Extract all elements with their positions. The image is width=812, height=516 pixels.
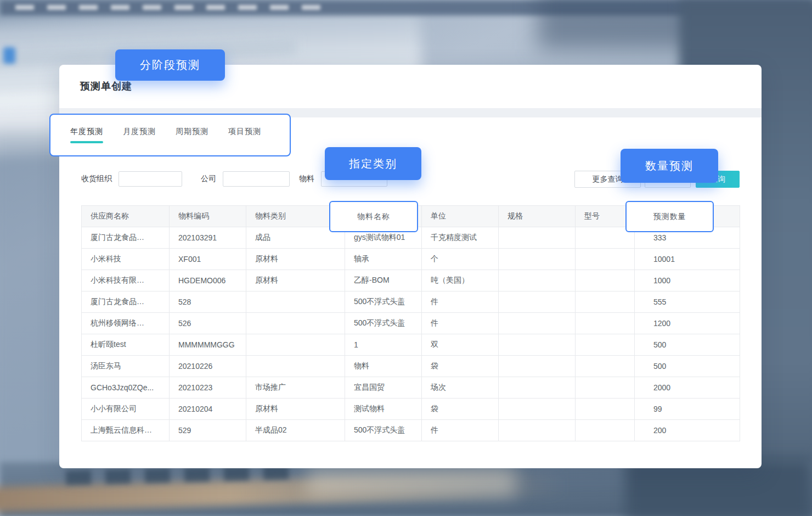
receiving-org-input[interactable] xyxy=(119,171,182,187)
filter-label: 公司 xyxy=(201,174,216,184)
filter-field-receiving-org: 收货组织 xyxy=(81,171,182,187)
bg-doc-icon-blur xyxy=(3,47,15,64)
table-cell: 吨（美国） xyxy=(422,270,499,291)
badge-quantity-forecast: 数量预测 xyxy=(621,149,718,183)
table-cell xyxy=(246,356,345,377)
filter-field-company: 公司 xyxy=(201,171,290,187)
table-cell xyxy=(576,420,635,441)
page-title: 预测单创建 xyxy=(80,80,132,93)
table-cell xyxy=(246,291,345,313)
table-cell: 小米科技 xyxy=(82,249,170,270)
table-cell: 小米科技有限… xyxy=(82,270,170,291)
table-cell: 99 xyxy=(635,399,740,420)
table-cell: 厦门古龙食品… xyxy=(82,227,170,249)
table-row: GCHo3Jzq0ZQe...20210223市场推广宜昌国贸场次2000 xyxy=(82,377,740,399)
table-cell: 轴承 xyxy=(345,249,422,270)
table-cell: 千克精度测试 xyxy=(422,227,499,249)
filter-label: 物料 xyxy=(299,174,314,184)
table-cell: 500不浮式头盖 xyxy=(345,420,422,441)
table-cell: 杭州移领网络… xyxy=(82,313,170,334)
tab-project-forecast[interactable]: 项目预测 xyxy=(228,127,261,143)
table-cell xyxy=(499,227,576,249)
column-header: 物料编码 xyxy=(170,206,246,227)
table-cell: 件 xyxy=(422,291,499,313)
table-cell xyxy=(499,313,576,334)
table-cell: 10001 xyxy=(635,249,740,270)
table-row: 杭州移领网络…526500不浮式头盖件1200 xyxy=(82,313,740,334)
table-cell xyxy=(499,399,576,420)
table-cell: 宜昌国贸 xyxy=(345,377,422,399)
table-cell: 2000 xyxy=(635,377,740,399)
table-cell: 500不浮式头盖 xyxy=(345,291,422,313)
table-cell: 原材料 xyxy=(246,249,345,270)
screen: 预测单创建 收货组织公司物料 更多查询 查询 供应商名称物料编码物料类别单位规格… xyxy=(0,0,812,516)
table-cell: 测试物料 xyxy=(345,399,422,420)
column-header: 规格 xyxy=(499,206,576,227)
table-cell: 物料 xyxy=(345,356,422,377)
table-cell: 乙醇-BOM xyxy=(345,270,422,291)
table-cell xyxy=(499,270,576,291)
bg-menubar-text-blur xyxy=(15,5,323,10)
table-cell: 半成品02 xyxy=(246,420,345,441)
bg-light-blob xyxy=(307,464,516,496)
tab-periodic-forecast[interactable]: 周期预测 xyxy=(176,127,208,143)
column-header: 供应商名称 xyxy=(82,206,170,227)
column-header: 单位 xyxy=(422,206,499,227)
tab-annual-forecast[interactable]: 年度预测 xyxy=(70,127,103,143)
table-cell: 双 xyxy=(422,334,499,356)
table-cell: 500不浮式头盖 xyxy=(345,313,422,334)
forecast-tabs: 年度预测月度预测周期预测项目预测 xyxy=(70,127,261,143)
table-row: 上海甄云信息科…529半成品02500不浮式头盖件200 xyxy=(82,420,740,441)
table-cell xyxy=(499,377,576,399)
tab-label: 周期预测 xyxy=(176,127,208,136)
table-cell: 555 xyxy=(635,291,740,313)
table-cell xyxy=(576,356,635,377)
table-cell: 500 xyxy=(635,356,740,377)
table-cell xyxy=(576,249,635,270)
table-cell: GCHo3Jzq0ZQe... xyxy=(82,377,170,399)
table-cell: 袋 xyxy=(422,399,499,420)
table-cell: 袋 xyxy=(422,356,499,377)
table-cell: 528 xyxy=(170,291,246,313)
table-row: 厦门古龙食品…528500不浮式头盖件555 xyxy=(82,291,740,313)
table-cell: 20210204 xyxy=(170,399,246,420)
table-cell: 件 xyxy=(422,313,499,334)
table-cell: 20210226 xyxy=(170,356,246,377)
forecast-qty-column-label: 预测数量 xyxy=(653,212,686,222)
active-tab-underline xyxy=(70,141,103,143)
table-cell: 原材料 xyxy=(246,270,345,291)
table-cell: 厦门古龙食品… xyxy=(82,291,170,313)
company-input[interactable] xyxy=(223,171,290,187)
table-row: 小米科技XF001原材料轴承个10001 xyxy=(82,249,740,270)
tabs-highlight-box: 年度预测月度预测周期预测项目预测 xyxy=(49,114,291,156)
table-cell xyxy=(246,334,345,356)
table-cell xyxy=(576,291,635,313)
table-cell xyxy=(499,356,576,377)
table-cell: 上海甄云信息科… xyxy=(82,420,170,441)
table-row: 小小有限公司20210204原材料测试物料袋99 xyxy=(82,399,740,420)
forecast-qty-column-highlight: 预测数量 xyxy=(625,201,714,232)
badge-phased-forecast: 分阶段预测 xyxy=(115,49,225,81)
table-cell: XF001 xyxy=(170,249,246,270)
table-cell: 1 xyxy=(345,334,422,356)
table-cell: 202103291 xyxy=(170,227,246,249)
tab-label: 月度预测 xyxy=(123,127,156,136)
tab-label: 项目预测 xyxy=(228,127,261,136)
table-cell: 500 xyxy=(635,334,740,356)
table-cell xyxy=(499,334,576,356)
tab-monthly-forecast[interactable]: 月度预测 xyxy=(123,127,156,143)
badge-specify-category: 指定类别 xyxy=(325,147,421,180)
table-row: 小米科技有限…HGDEMO006原材料乙醇-BOM吨（美国）1000 xyxy=(82,270,740,291)
table-cell: 小小有限公司 xyxy=(82,399,170,420)
table-cell: 20210223 xyxy=(170,377,246,399)
table-cell xyxy=(576,399,635,420)
table-cell xyxy=(499,420,576,441)
filter-label: 收货组织 xyxy=(81,174,112,184)
material-name-column-highlight: 物料名称 xyxy=(329,201,418,232)
table-cell xyxy=(499,291,576,313)
table-cell: 汤臣东马 xyxy=(82,356,170,377)
table-cell xyxy=(576,377,635,399)
table-cell: HGDEMO006 xyxy=(170,270,246,291)
bg-shadow-left xyxy=(0,132,66,483)
table-cell: 526 xyxy=(170,313,246,334)
